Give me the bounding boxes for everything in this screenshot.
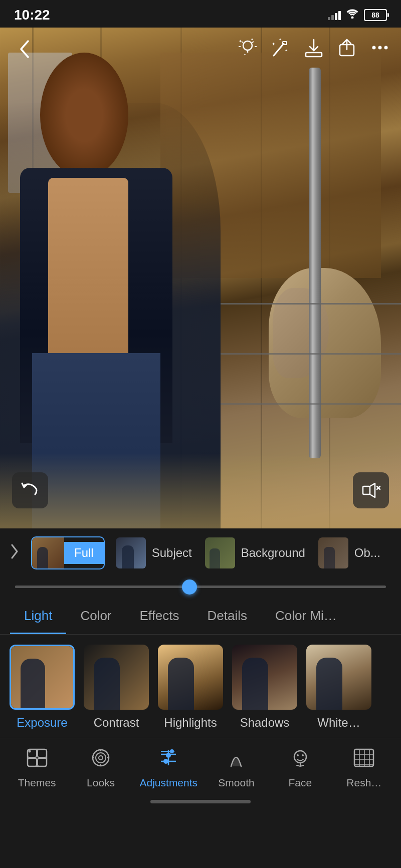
- tab-colormix[interactable]: Color Mi…: [261, 603, 351, 634]
- svg-text:✦: ✦: [251, 38, 254, 41]
- svg-text:✦: ✦: [279, 38, 282, 41]
- nav-reshape[interactable]: Resh…: [339, 747, 389, 789]
- svg-point-18: [378, 46, 382, 49]
- photo-toolbar: ✦ ✦ ✦ ✦ ✦ ✦: [0, 28, 401, 71]
- home-indicator: [0, 793, 401, 808]
- looks-icon: [89, 747, 112, 773]
- adjustment-exposure[interactable]: Exposure: [5, 645, 79, 730]
- svg-point-46: [297, 754, 299, 756]
- svg-point-28: [28, 750, 31, 753]
- svg-point-30: [96, 753, 106, 763]
- tab-details[interactable]: Details: [193, 603, 261, 634]
- slider-track[interactable]: [15, 586, 386, 588]
- auto-enhance-icon[interactable]: ✦ ✦ ✦: [239, 38, 257, 61]
- themes-icon: [26, 747, 49, 773]
- shadows-label: Shadows: [240, 716, 290, 730]
- exposure-thumb: [10, 645, 75, 710]
- mask-subject-item[interactable]: Subject: [116, 537, 198, 568]
- mask-object-item[interactable]: Ob...: [318, 537, 386, 568]
- svg-point-0: [351, 17, 354, 19]
- face-icon: [289, 747, 312, 773]
- signal-icon: [328, 10, 341, 20]
- status-icons: 88: [328, 9, 387, 21]
- exposure-label: Exposure: [17, 716, 67, 730]
- svg-rect-15: [306, 53, 322, 57]
- svg-point-37: [166, 753, 171, 758]
- contrast-label: Contrast: [94, 716, 139, 730]
- adjustment-highlights[interactable]: Highlights: [153, 645, 228, 730]
- svg-rect-26: [28, 758, 37, 766]
- svg-point-29: [93, 750, 109, 766]
- photo-bottom-controls: [0, 472, 401, 508]
- adjustment-tabs: Light Color Effects Details Color Mi…: [0, 595, 401, 635]
- share-icon[interactable]: [338, 38, 356, 61]
- reshape-label: Resh…: [346, 777, 381, 789]
- mask-background-label: Background: [235, 546, 311, 560]
- wifi-icon: [346, 9, 359, 21]
- mask-full-label: Full: [64, 542, 104, 564]
- tab-effects[interactable]: Effects: [126, 603, 193, 634]
- more-options-icon[interactable]: [371, 38, 389, 61]
- mask-scroll-arrow[interactable]: [0, 544, 29, 562]
- svg-text:✦: ✦: [239, 39, 242, 44]
- status-time: 10:22: [14, 7, 50, 23]
- svg-point-44: [170, 749, 174, 753]
- svg-rect-20: [363, 486, 370, 494]
- bottom-navigation: Themes Looks: [0, 738, 401, 793]
- contrast-thumb: [84, 645, 149, 710]
- svg-point-31: [99, 756, 103, 760]
- photo-background: [0, 28, 401, 528]
- toolbar-right: ✦ ✦ ✦ ✦ ✦ ✦: [239, 38, 389, 61]
- back-button[interactable]: [12, 37, 37, 62]
- smooth-icon: [225, 747, 248, 773]
- mute-button[interactable]: [353, 472, 389, 508]
- nav-themes[interactable]: Themes: [12, 747, 62, 789]
- mask-selector: Full Subject Background Ob...: [0, 528, 401, 575]
- svg-point-47: [302, 754, 304, 756]
- adjustment-whites[interactable]: White…: [302, 645, 376, 730]
- battery-icon: 88: [364, 9, 387, 21]
- nav-adjustments[interactable]: Adjustments: [140, 747, 198, 789]
- svg-rect-48: [354, 749, 373, 766]
- mask-full-item[interactable]: Full: [31, 536, 105, 569]
- themes-label: Themes: [18, 777, 56, 789]
- svg-text:✦: ✦: [285, 49, 288, 52]
- adjustment-contrast[interactable]: Contrast: [79, 645, 153, 730]
- adjustment-shadows[interactable]: Shadows: [228, 645, 302, 730]
- tab-light[interactable]: Light: [10, 603, 66, 634]
- adjustments-row: Exposure Contrast Highlights Shadows: [0, 635, 401, 736]
- nav-face[interactable]: Face: [275, 747, 325, 789]
- nav-smooth[interactable]: Smooth: [211, 747, 261, 789]
- svg-point-17: [372, 46, 376, 49]
- highlights-thumb: [158, 645, 223, 710]
- battery-level: 88: [371, 11, 379, 19]
- nav-looks[interactable]: Looks: [76, 747, 126, 789]
- home-bar: [150, 800, 251, 803]
- whites-label: White…: [317, 716, 360, 730]
- mask-background-item[interactable]: Background: [205, 537, 311, 568]
- svg-text:✦: ✦: [244, 53, 246, 56]
- photo-area: ✦ ✦ ✦ ✦ ✦ ✦: [0, 28, 401, 528]
- shadows-thumb: [232, 645, 297, 710]
- mask-object-label: Ob...: [348, 546, 386, 560]
- tab-color[interactable]: Color: [66, 603, 125, 634]
- face-label: Face: [289, 777, 312, 789]
- download-icon[interactable]: [305, 38, 323, 61]
- adjustments-nav-label: Adjustments: [140, 777, 198, 789]
- whites-thumb: [306, 645, 371, 710]
- looks-label: Looks: [87, 777, 115, 789]
- svg-rect-25: [38, 749, 47, 757]
- svg-point-1: [243, 41, 252, 50]
- slider-thumb[interactable]: [182, 580, 197, 595]
- status-bar: 10:22 88: [0, 0, 401, 28]
- reshape-icon: [352, 747, 375, 773]
- adjustment-slider[interactable]: [0, 575, 401, 595]
- svg-rect-27: [38, 758, 47, 766]
- highlights-label: Highlights: [164, 716, 217, 730]
- magic-wand-icon[interactable]: ✦ ✦ ✦: [272, 38, 290, 61]
- svg-point-19: [384, 46, 388, 49]
- mask-subject-label: Subject: [146, 546, 198, 560]
- smooth-label: Smooth: [218, 777, 254, 789]
- svg-text:✦: ✦: [272, 42, 276, 47]
- undo-button[interactable]: [12, 472, 48, 508]
